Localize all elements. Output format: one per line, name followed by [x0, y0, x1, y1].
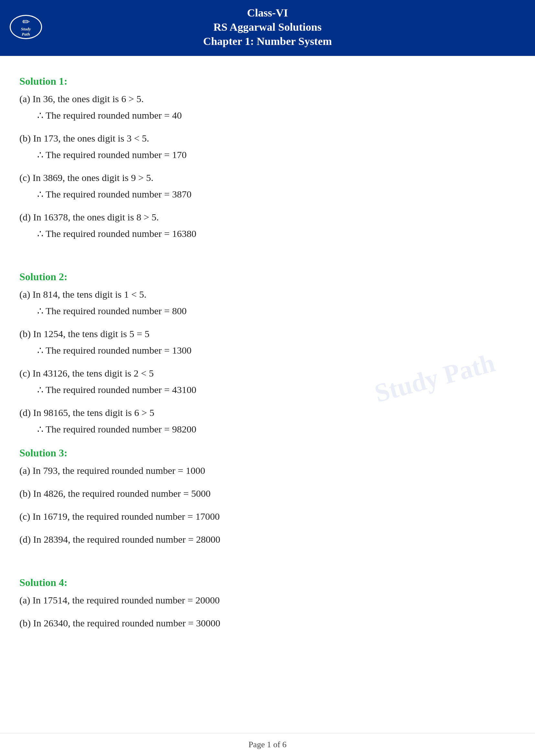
s1-a-problem: (a) In 36, the ones digit is 6 > 5. [19, 91, 516, 107]
logo-pencil-icon: ✏ [22, 17, 30, 26]
s2-a-problem: (a) In 814, the tens digit is 1 < 5. [19, 286, 516, 303]
s2-a-therefore: ∴ The required rounded number = 800 [37, 303, 516, 319]
s3-b-problem: (b) In 4826, the required rounded number… [19, 485, 516, 501]
solution-3-title: Solution 3: [19, 447, 516, 459]
content: Solution 1: (a) In 36, the ones digit is… [0, 56, 535, 733]
s3-c-problem: (c) In 16719, the required rounded numbe… [19, 508, 516, 525]
s3-part-b: (b) In 4826, the required rounded number… [19, 485, 516, 501]
s2-b-problem: (b) In 1254, the tens digit is 5 = 5 [19, 325, 516, 342]
s2-part-c: (c) In 43126, the tens digit is 2 < 5 ∴ … [19, 365, 516, 398]
solution-3-block: Solution 3: (a) In 793, the required rou… [19, 447, 516, 548]
header-chapter: Chapter 1: Number System [203, 34, 332, 48]
s3-a-problem: (a) In 793, the required rounded number … [19, 462, 516, 479]
s1-b-therefore: ∴ The required rounded number = 170 [37, 147, 516, 163]
solution-2-title: Solution 2: [19, 271, 516, 283]
s1-part-d: (d) In 16378, the ones digit is 8 > 5. ∴… [19, 209, 516, 242]
s1-c-problem: (c) In 3869, the ones digit is 9 > 5. [19, 169, 516, 186]
solution-1-title: Solution 1: [19, 75, 516, 87]
s3-part-d: (d) In 28394, the required rounded numbe… [19, 531, 516, 548]
footer-text: Page 1 of 6 [248, 740, 287, 749]
s4-a-problem: (a) In 17514, the required rounded numbe… [19, 592, 516, 608]
s2-part-d: (d) In 98165, the tens digit is 6 > 5 ∴ … [19, 404, 516, 437]
s1-part-c: (c) In 3869, the ones digit is 9 > 5. ∴ … [19, 169, 516, 202]
s3-d-problem: (d) In 28394, the required rounded numbe… [19, 531, 516, 548]
solution-4-block: Solution 4: (a) In 17514, the required r… [19, 577, 516, 631]
logo: ✏ Study Path [10, 15, 45, 41]
header-titles: Class-VI RS Aggarwal Solutions Chapter 1… [203, 6, 332, 49]
solution-2-block: Solution 2: (a) In 814, the tens digit i… [19, 271, 516, 437]
s2-part-a: (a) In 814, the tens digit is 1 < 5. ∴ T… [19, 286, 516, 319]
s2-c-problem: (c) In 43126, the tens digit is 2 < 5 [19, 365, 516, 381]
s3-part-c: (c) In 16719, the required rounded numbe… [19, 508, 516, 525]
s2-d-problem: (d) In 98165, the tens digit is 6 > 5 [19, 404, 516, 421]
s1-c-therefore: ∴ The required rounded number = 3870 [37, 186, 516, 202]
header-class: Class-VI [247, 6, 288, 20]
header-subject: RS Aggarwal Solutions [213, 20, 322, 34]
s4-part-a: (a) In 17514, the required rounded numbe… [19, 592, 516, 608]
footer: Page 1 of 6 [0, 733, 535, 756]
solution-4-title: Solution 4: [19, 577, 516, 589]
s2-part-b: (b) In 1254, the tens digit is 5 = 5 ∴ T… [19, 325, 516, 359]
logo-circle: ✏ Study Path [10, 15, 42, 39]
s1-a-therefore: ∴ The required rounded number = 40 [37, 107, 516, 123]
s1-part-a: (a) In 36, the ones digit is 6 > 5. ∴ Th… [19, 91, 516, 123]
s1-b-problem: (b) In 173, the ones digit is 3 < 5. [19, 130, 516, 147]
logo-text: Study Path [21, 26, 31, 37]
s3-part-a: (a) In 793, the required rounded number … [19, 462, 516, 479]
header: ✏ Study Path Class-VI RS Aggarwal Soluti… [0, 0, 535, 56]
s2-d-therefore: ∴ The required rounded number = 98200 [37, 421, 516, 437]
s2-c-therefore: ∴ The required rounded number = 43100 [37, 381, 516, 398]
s1-d-problem: (d) In 16378, the ones digit is 8 > 5. [19, 209, 516, 225]
s2-b-therefore: ∴ The required rounded number = 1300 [37, 342, 516, 359]
page: ✏ Study Path Class-VI RS Aggarwal Soluti… [0, 0, 535, 756]
s1-part-b: (b) In 173, the ones digit is 3 < 5. ∴ T… [19, 130, 516, 163]
s1-d-therefore: ∴ The required rounded number = 16380 [37, 225, 516, 242]
s4-part-b: (b) In 26340, the required rounded numbe… [19, 615, 516, 631]
s4-b-problem: (b) In 26340, the required rounded numbe… [19, 615, 516, 631]
solution-1-block: Solution 1: (a) In 36, the ones digit is… [19, 75, 516, 242]
